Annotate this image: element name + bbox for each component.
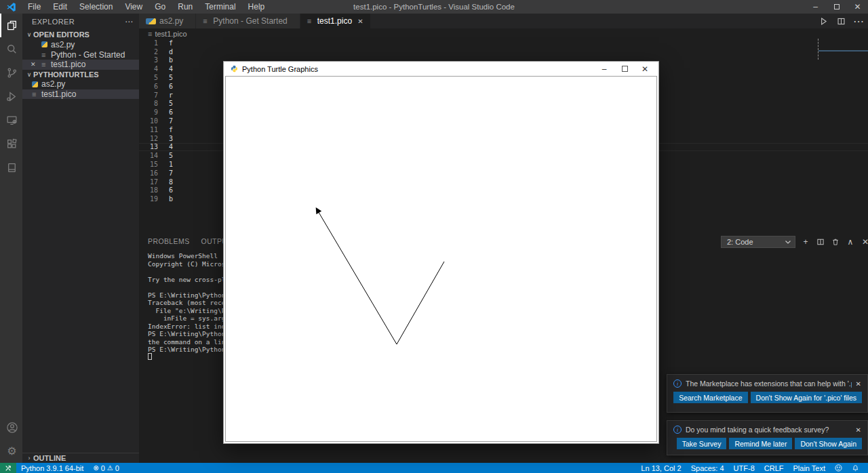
eol-status[interactable]: CRLF [760, 464, 789, 472]
notification-button[interactable]: Don't Show Again [795, 438, 862, 449]
outline-section-header[interactable]: › OUTLINE [22, 453, 139, 463]
menu-item[interactable]: View [119, 0, 149, 14]
line-number: 11 [139, 126, 158, 133]
file-name: test1.pico [51, 60, 85, 69]
file-tree-item[interactable]: test1.pico [22, 89, 139, 100]
extensions-icon[interactable] [0, 132, 22, 156]
window-minimize-button[interactable]: – [805, 0, 826, 14]
line-number: 14 [139, 152, 158, 159]
encoding-status[interactable]: UTF-8 [729, 464, 760, 472]
search-icon[interactable] [0, 37, 22, 61]
open-editor-item[interactable]: Python - Get Started [22, 49, 139, 60]
menu-item[interactable]: Selection [73, 0, 119, 14]
line-number: 6 [139, 83, 158, 90]
tab-label: as2.py [159, 16, 183, 26]
line-text: 5 [169, 74, 173, 81]
open-editor-item[interactable]: ✕ test1.pico [22, 60, 139, 70]
menu-item[interactable]: Help [242, 0, 271, 14]
file-tree-item[interactable]: as2.py [22, 79, 139, 89]
code-line[interactable]: 2 d [139, 47, 868, 56]
more-actions-icon[interactable]: ⋯ [852, 14, 865, 28]
notification-button[interactable]: Take Survey [677, 438, 727, 449]
maximize-panel-icon[interactable]: ∧ [843, 236, 858, 248]
run-debug-icon[interactable] [0, 85, 22, 108]
close-panel-icon[interactable]: ✕ [858, 236, 868, 248]
menu-item[interactable]: Go [149, 0, 172, 14]
tab-close-icon[interactable]: ✕ [357, 18, 363, 25]
run-file-button[interactable] [816, 14, 830, 28]
notebook-icon[interactable] [0, 156, 22, 180]
notification-button[interactable]: Don't Show Again for '.pico' files [751, 392, 862, 403]
terminal-select[interactable]: 2: Code [721, 236, 795, 248]
turtle-path [317, 210, 444, 344]
drag-indicator-vline [818, 39, 818, 60]
folder-section-header[interactable]: ∨ PYTHONTURTLES [22, 70, 139, 80]
indentation-status[interactable]: Spaces: 4 [686, 464, 729, 472]
split-terminal-icon[interactable] [813, 236, 828, 248]
window-close-button[interactable]: ✕ [847, 0, 868, 14]
remote-explorer-icon[interactable] [0, 108, 22, 132]
kill-terminal-trash-icon[interactable] [828, 236, 843, 248]
code-line[interactable]: 1 f [139, 39, 868, 47]
close-icon[interactable]: ✕ [31, 61, 41, 68]
tab-label: test1.pico [317, 16, 352, 26]
menu-item[interactable]: Run [172, 0, 199, 14]
line-text: 6 [169, 83, 173, 90]
explorer-title: EXPLORER [32, 18, 75, 26]
notification-message: Do you mind taking a quick feedback surv… [686, 426, 852, 434]
notification-close-icon[interactable]: ✕ [856, 380, 861, 388]
line-number: 12 [139, 135, 158, 142]
file-name: test1.pico [41, 89, 76, 99]
window-title: test1.pico - PythonTurtles - Visual Stud… [353, 0, 515, 14]
menu-item[interactable]: Edit [47, 0, 73, 14]
line-number: 7 [139, 91, 158, 99]
new-terminal-icon[interactable]: + [798, 236, 813, 248]
open-editors-header[interactable]: ∨ OPEN EDITORS [22, 30, 139, 40]
line-number: 10 [139, 117, 158, 125]
title-bar: File Edit Selection View Go Run Terminal… [0, 0, 868, 14]
cursor-position-status[interactable]: Ln 13, Col 2 [636, 464, 686, 472]
editor-tab[interactable]: test1.pico ✕ [300, 14, 371, 28]
turtle-minimize-button[interactable]: – [594, 62, 614, 76]
warning-icon: ⚠ [107, 464, 113, 472]
editor-tab[interactable]: as2.py [139, 14, 196, 28]
turtle-window-titlebar[interactable]: Python Turtle Graphics – ✕ [224, 62, 658, 76]
turtle-close-button[interactable]: ✕ [635, 62, 655, 76]
source-control-icon[interactable] [0, 61, 22, 85]
explorer-icon[interactable] [0, 14, 22, 37]
open-editor-item[interactable]: as2.py [22, 40, 139, 50]
notification-button[interactable]: Search Marketplace [673, 392, 747, 403]
file-icon [148, 30, 152, 38]
split-editor-icon[interactable] [834, 14, 848, 28]
notification-close-icon[interactable]: ✕ [856, 426, 861, 434]
python-interpreter-status[interactable]: Python 3.9.1 64-bit [16, 464, 88, 472]
line-text: 8 [169, 178, 173, 186]
turtle-window-title: Python Turtle Graphics [242, 65, 318, 73]
file-type-icon [307, 17, 317, 25]
menu-item[interactable]: Terminal [199, 0, 241, 14]
line-text: 5 [169, 100, 173, 107]
remote-indicator[interactable] [0, 463, 16, 473]
line-text: 1 [169, 161, 173, 168]
settings-gear-icon[interactable]: ⚙ [0, 439, 22, 463]
feedback-smiley-icon[interactable] [830, 464, 847, 472]
window-restore-button[interactable] [826, 0, 847, 14]
file-name: as2.py [41, 79, 65, 89]
panel-tab[interactable]: PROBLEMS [148, 237, 190, 245]
notification-button[interactable]: Remind Me later [729, 438, 792, 449]
line-number: 4 [139, 65, 158, 73]
explorer-sidebar: EXPLORER ⋯ ∨ OPEN EDITORS as2.py Python … [22, 14, 139, 463]
line-number: 2 [139, 48, 158, 56]
turtle-maximize-button[interactable] [614, 62, 635, 76]
notifications-bell-icon[interactable] [847, 464, 864, 472]
language-mode-status[interactable]: Plain Text [789, 464, 831, 472]
menu-item[interactable]: File [22, 0, 47, 14]
notification-marketplace: i The Marketplace has extensions that ca… [667, 374, 868, 413]
menu-bar: File Edit Selection View Go Run Terminal… [22, 0, 271, 14]
breadcrumb[interactable]: test1.pico [139, 28, 868, 39]
explorer-more-actions-icon[interactable]: ⋯ [125, 17, 134, 26]
account-icon[interactable] [0, 415, 22, 439]
problems-status[interactable]: ⊗ 0 ⚠ 0 [88, 464, 124, 472]
editor-tab[interactable]: Python - Get Started [196, 14, 300, 28]
turtle-graphics-window[interactable]: Python Turtle Graphics – ✕ [223, 61, 659, 444]
